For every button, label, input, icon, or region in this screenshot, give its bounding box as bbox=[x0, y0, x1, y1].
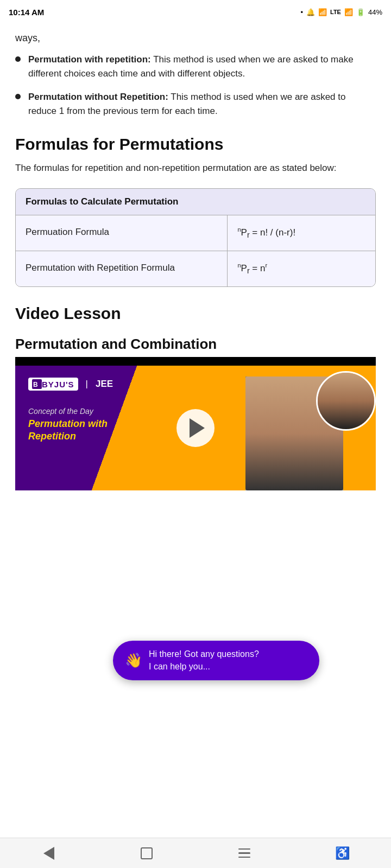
presenter-circle bbox=[316, 371, 376, 431]
table-cell-right-2: nPr = nr bbox=[228, 251, 375, 286]
back-button[interactable] bbox=[0, 838, 98, 868]
black-bar bbox=[15, 357, 376, 366]
bullet-list: Permutation with repetition: This method… bbox=[15, 53, 376, 118]
byjus-separator: | bbox=[86, 379, 88, 390]
menu-icon bbox=[238, 848, 250, 858]
formulas-heading: Formulas for Permutations bbox=[15, 135, 376, 154]
byjus-logo-text: BYJU'S bbox=[42, 380, 74, 389]
chat-bubble[interactable]: 👋 Hi there! Got any questions? I can hel… bbox=[113, 641, 319, 680]
bullet-dot bbox=[15, 94, 21, 99]
svg-text:B: B bbox=[33, 381, 38, 388]
table-header: Formulas to Calculate Permutation bbox=[16, 189, 375, 215]
presenter-circle-face bbox=[318, 373, 374, 429]
nav-bar: ♿ bbox=[0, 838, 391, 868]
home-icon bbox=[141, 847, 153, 859]
table-row: Permuation Formula nPr = n! / (n-r)! bbox=[16, 215, 375, 251]
video-lesson-heading: Video Lesson bbox=[15, 304, 376, 323]
formulas-desc: The formulas for repetition and non-repe… bbox=[15, 161, 376, 175]
dot-icon: • bbox=[300, 8, 303, 16]
accessibility-icon: ♿ bbox=[335, 846, 350, 860]
chat-line1: Hi there! Got any questions? bbox=[149, 649, 259, 659]
home-button[interactable] bbox=[98, 838, 195, 868]
byjus-banner[interactable]: B BYJU'S | JEE Concept of the Day Permut… bbox=[15, 366, 376, 490]
video-sub-heading: Permutation and Combination bbox=[15, 336, 376, 353]
mute-icon: 🔔 bbox=[306, 8, 315, 16]
bullet-text-2: Permutation without Repetition: This met… bbox=[28, 90, 376, 118]
bullet-dot bbox=[15, 56, 21, 62]
status-bar: 10:14 AM • 🔔 📶 LTE 📶 🔋 44% bbox=[0, 0, 391, 24]
play-triangle-icon bbox=[190, 418, 205, 438]
intro-text: ways, bbox=[15, 33, 376, 44]
table-cell-left-1: Permuation Formula bbox=[16, 215, 228, 251]
status-time: 10:14 AM bbox=[9, 8, 44, 17]
wave-icon: 👋 bbox=[125, 652, 142, 669]
byjus-jee-text: JEE bbox=[96, 379, 113, 390]
list-item: Permutation without Repetition: This met… bbox=[15, 90, 376, 118]
bullet-text-1: Permutation with repetition: This method… bbox=[28, 53, 376, 80]
byjus-logo-box: B BYJU'S bbox=[28, 378, 78, 391]
battery-icon: 🔋 bbox=[356, 8, 365, 16]
menu-button[interactable] bbox=[195, 838, 293, 868]
menu-line-3 bbox=[238, 857, 250, 858]
byjus-symbol-icon: B bbox=[32, 379, 42, 389]
table-cell-right-1: nPr = n! / (n-r)! bbox=[228, 215, 375, 251]
lte-icon: LTE bbox=[330, 9, 341, 15]
bullet-bold-2: Permutation without Repetition: bbox=[28, 92, 168, 102]
bullet-bold-1: Permutation with repetition: bbox=[28, 54, 151, 65]
battery-percent: 44% bbox=[368, 8, 382, 16]
list-item: Permutation with repetition: This method… bbox=[15, 53, 376, 80]
back-icon bbox=[43, 847, 54, 860]
main-content: ways, Permutation with repetition: This … bbox=[0, 24, 391, 848]
menu-line-2 bbox=[238, 852, 250, 854]
formula-table: Formulas to Calculate Permutation Permua… bbox=[15, 188, 376, 288]
signal-icon: 📶 bbox=[318, 8, 327, 16]
chat-text: Hi there! Got any questions? I can help … bbox=[149, 648, 259, 673]
table-cell-left-2: Permutation with Repetition Formula bbox=[16, 251, 228, 286]
accessibility-button[interactable]: ♿ bbox=[293, 838, 391, 868]
chat-line2: I can help you... bbox=[149, 662, 210, 671]
menu-line-1 bbox=[238, 848, 250, 850]
table-row: Permutation with Repetition Formula nPr … bbox=[16, 251, 375, 286]
signal2-icon: 📶 bbox=[344, 8, 353, 16]
status-icons: • 🔔 📶 LTE 📶 🔋 44% bbox=[300, 8, 382, 16]
play-button[interactable] bbox=[176, 409, 215, 447]
